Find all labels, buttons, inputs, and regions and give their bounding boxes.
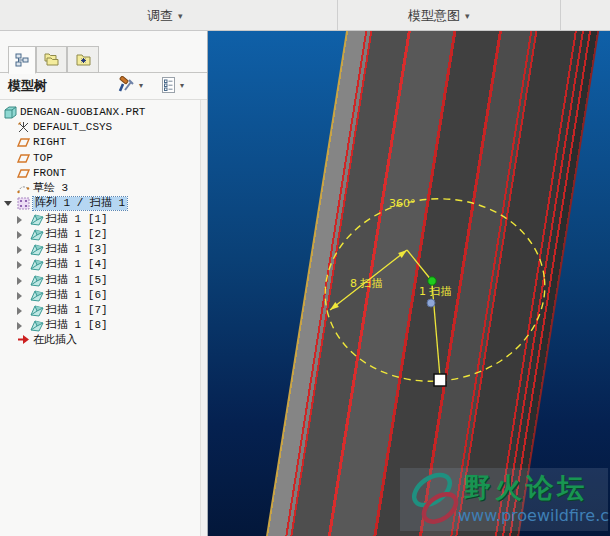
tree-row[interactable]: 在此插入 (0, 333, 200, 348)
tree-row[interactable]: 扫描 1 [3] (0, 242, 200, 257)
sweep-icon (30, 258, 44, 271)
tree-row[interactable]: 阵列 1 / 扫描 1 (0, 196, 200, 211)
tree-row[interactable]: TOP (0, 151, 200, 166)
csys-icon (17, 121, 31, 134)
tree-item-label[interactable]: 扫描 1 [3] (46, 243, 108, 256)
insert-icon (17, 334, 31, 347)
graphics-viewport[interactable]: 360° 8 扫描 1 扫描 野火论坛 www.proewildfire.cn (208, 31, 610, 536)
tree-row[interactable]: 扫描 1 [6] (0, 288, 200, 303)
sweep-icon (30, 304, 44, 317)
chevron-down-icon: ▾ (180, 81, 184, 90)
expand-icon[interactable] (17, 231, 22, 239)
tree-tools-dropdown[interactable]: ▾ (117, 76, 143, 94)
tree-diagram-icon (15, 53, 29, 67)
direction-count-label[interactable]: 1 扫描 (419, 285, 452, 298)
folders-icon (43, 52, 60, 67)
chevron-down-icon: ▾ (139, 81, 143, 90)
model-intent-dropdown[interactable]: 模型意图 ▾ (408, 7, 470, 25)
model-tree-panel: 模型树 ▾ ▾ DENGAN-GU (0, 31, 208, 536)
tree-item-label[interactable]: TOP (33, 152, 53, 165)
top-toolbar: 调查 ▾ 模型意图 ▾ (0, 0, 610, 31)
wildfire-logo-icon (402, 468, 464, 531)
part-icon (4, 106, 18, 119)
tree-item-label[interactable]: 阵列 1 / 扫描 1 (33, 197, 127, 210)
sweep-icon (30, 274, 44, 287)
pattern-angle-label[interactable]: 360° (389, 197, 416, 210)
investigate-dropdown[interactable]: 调查 ▾ (147, 7, 183, 25)
tools-icon (117, 76, 136, 94)
toolbar-separator (560, 0, 561, 30)
tree-row[interactable]: FRONT (0, 166, 200, 181)
tab-favorites[interactable] (67, 46, 99, 73)
model-tree: DENGAN-GUOBIANX.PRTDEFAULT_CSYSRIGHTTOPF… (0, 100, 200, 536)
expand-icon[interactable] (17, 216, 22, 224)
tree-row[interactable]: 扫描 1 [4] (0, 257, 200, 272)
folder-star-icon (75, 52, 92, 67)
cad-application-window: 调查 ▾ 模型意图 ▾ (0, 0, 610, 536)
expand-icon[interactable] (17, 292, 22, 300)
sweep-icon (30, 213, 44, 226)
tree-item-label[interactable]: 草绘 3 (33, 182, 68, 195)
sweep-icon (30, 319, 44, 332)
tree-item-label[interactable]: RIGHT (33, 136, 66, 149)
panel-title: 模型树 (8, 77, 47, 95)
tree-row[interactable]: 扫描 1 [8] (0, 318, 200, 333)
chevron-down-icon: ▾ (178, 11, 183, 21)
collapse-icon[interactable] (4, 201, 12, 206)
tree-settings-dropdown[interactable]: ▾ (161, 76, 184, 94)
sweep-icon (30, 289, 44, 302)
model-intent-label: 模型意图 (408, 7, 460, 25)
expand-icon[interactable] (17, 307, 22, 315)
toolbar-separator (337, 0, 338, 30)
tree-item-label[interactable]: 在此插入 (33, 334, 77, 347)
panel-header: 模型树 ▾ ▾ (0, 73, 207, 99)
pattern-reference-handle-blue[interactable] (427, 299, 435, 307)
dimension-drag-handle-square[interactable] (434, 374, 446, 386)
tree-row[interactable]: 扫描 1 [5] (0, 273, 200, 288)
tree-item-label[interactable]: 扫描 1 [6] (46, 289, 108, 302)
tree-item-label[interactable]: FRONT (33, 167, 66, 180)
investigate-label: 调查 (147, 7, 173, 25)
sketch-icon (17, 182, 31, 195)
tree-item-label[interactable]: 扫描 1 [5] (46, 274, 108, 287)
tree-row[interactable]: 扫描 1 [1] (0, 212, 200, 227)
plane-icon (17, 136, 31, 149)
expand-icon[interactable] (17, 246, 22, 254)
pattern-icon (17, 197, 31, 210)
pattern-count-label[interactable]: 8 扫描 (350, 277, 383, 290)
tree-row[interactable]: DEFAULT_CSYS (0, 120, 200, 135)
tree-item-label[interactable]: 扫描 1 [7] (46, 304, 108, 317)
tab-folder-browser[interactable] (36, 46, 67, 73)
tree-item-label[interactable]: 扫描 1 [2] (46, 228, 108, 241)
tree-item-label[interactable]: 扫描 1 [4] (46, 258, 108, 271)
sweep-icon (30, 228, 44, 241)
watermark-title: 野火论坛 (464, 470, 588, 506)
plane-icon (17, 152, 31, 165)
sweep-icon (30, 243, 44, 256)
tree-row[interactable]: RIGHT (0, 135, 200, 150)
tree-row[interactable]: 草绘 3 (0, 181, 200, 196)
tree-row[interactable]: DENGAN-GUOBIANX.PRT (0, 105, 200, 120)
settings-list-icon (161, 76, 177, 94)
tree-scrollbar[interactable] (200, 100, 207, 536)
watermark: 野火论坛 www.proewildfire.cn (400, 468, 608, 531)
tree-item-label[interactable]: DEFAULT_CSYS (33, 121, 112, 134)
chevron-down-icon: ▾ (465, 11, 470, 21)
watermark-url: www.proewildfire.cn (458, 506, 610, 525)
expand-icon[interactable] (17, 322, 22, 330)
tree-row[interactable]: 扫描 1 [2] (0, 227, 200, 242)
tree-row[interactable]: 扫描 1 [7] (0, 303, 200, 318)
dimension-arm-right (407, 250, 432, 281)
tab-model-tree[interactable] (8, 46, 36, 74)
plane-icon (17, 167, 31, 180)
tree-item-label[interactable]: DENGAN-GUOBIANX.PRT (20, 106, 145, 119)
tree-item-label[interactable]: 扫描 1 [1] (46, 213, 108, 226)
expand-icon[interactable] (17, 261, 22, 269)
panel-tab-bar (0, 45, 207, 73)
tree-item-label[interactable]: 扫描 1 [8] (46, 319, 108, 332)
pattern-annotation-overlay: 360° 8 扫描 1 扫描 (208, 31, 610, 536)
expand-icon[interactable] (17, 277, 22, 285)
pattern-direction-handle-green[interactable] (428, 277, 436, 285)
